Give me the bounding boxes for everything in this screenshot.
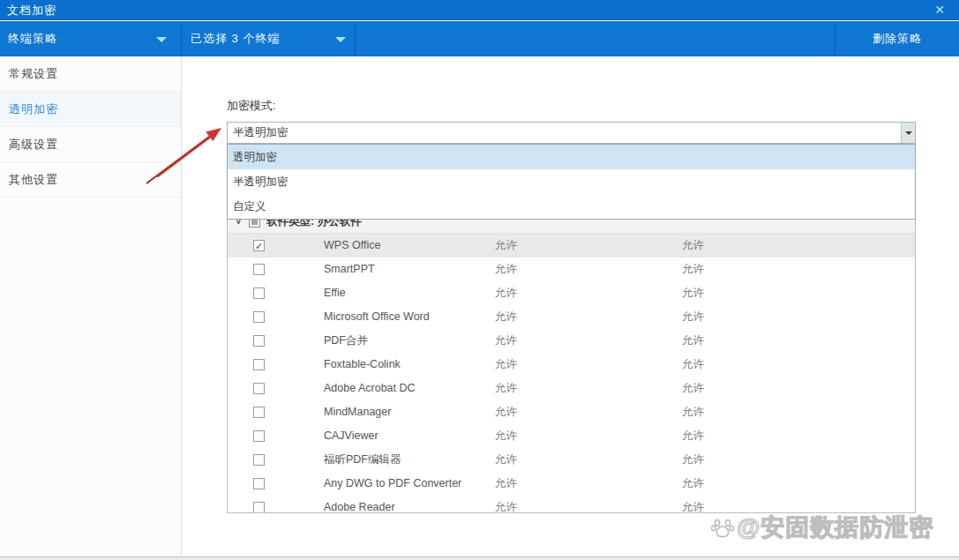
permission-value: 允许 <box>495 472 517 496</box>
table-row[interactable]: CAJViewer 允许 允许 <box>228 424 915 448</box>
watermark: @安固数据防泄密 <box>710 512 957 542</box>
row-checkbox[interactable] <box>253 383 265 394</box>
row-checkbox[interactable]: ✓ <box>253 240 265 251</box>
permission-value: 允许 <box>682 234 704 258</box>
software-name: MindManager <box>324 400 391 424</box>
software-name: Effie <box>324 281 346 305</box>
caret-down-icon <box>156 37 167 42</box>
caret-down-icon <box>335 37 346 42</box>
row-checkbox[interactable] <box>253 454 265 466</box>
encrypt-mode-label: 加密模式: <box>227 98 276 114</box>
row-checkbox[interactable] <box>253 502 265 513</box>
permission-value: 允许 <box>682 472 704 496</box>
permission-value: 允许 <box>495 305 517 329</box>
permission-value: 允许 <box>682 281 704 305</box>
dropdown-option-custom[interactable]: 自定义 <box>228 194 915 219</box>
row-checkbox[interactable] <box>253 407 265 418</box>
software-name: Adobe Acrobat DC <box>324 377 416 400</box>
software-table: ∨ 软件类型: 办公软件 ✓ WPS Office 允许 允许 SmartPPT… <box>227 209 916 513</box>
window-titlebar: 文档加密 ✕ <box>0 0 959 20</box>
permission-value: 允许 <box>495 400 517 424</box>
policy-dropdown[interactable]: 终端策略 <box>0 21 182 56</box>
permission-value: 允许 <box>682 353 704 377</box>
software-name: 福昕PDF编辑器 <box>324 448 401 472</box>
dropdown-option-semi-transparent[interactable]: 半透明加密 <box>228 169 915 194</box>
bottom-strip <box>0 556 959 560</box>
terminal-dropdown[interactable]: 已选择 3 个终端 <box>183 21 356 56</box>
permission-value: 允许 <box>682 305 704 329</box>
row-checkbox[interactable] <box>253 430 265 442</box>
table-row[interactable]: Adobe Acrobat DC 允许 允许 <box>228 377 915 400</box>
permission-value: 允许 <box>495 329 517 353</box>
permission-value: 允许 <box>495 258 517 281</box>
combobox-value: 半透明加密 <box>233 123 288 143</box>
row-checkbox[interactable] <box>253 264 265 275</box>
software-name: Adobe Reader <box>324 496 395 513</box>
table-row[interactable]: PDF合并 允许 允许 <box>228 329 915 353</box>
permission-value: 允许 <box>682 448 704 472</box>
dropdown-option-transparent[interactable]: 透明加密 <box>228 145 915 169</box>
permission-value: 允许 <box>495 234 517 258</box>
close-icon[interactable]: ✕ <box>927 0 952 20</box>
table-row[interactable]: ✓ WPS Office 允许 允许 <box>228 234 915 258</box>
row-checkbox[interactable] <box>253 335 265 347</box>
permission-value: 允许 <box>682 377 704 400</box>
software-name: Foxtable-Colink <box>324 353 401 377</box>
table-row[interactable]: Adobe Reader 允许 允许 <box>228 496 915 513</box>
permission-value: 允许 <box>682 329 704 353</box>
row-checkbox[interactable] <box>253 359 265 370</box>
terminal-dropdown-label: 已选择 3 个终端 <box>191 21 280 56</box>
table-row[interactable]: 福昕PDF编辑器 允许 允许 <box>228 448 915 472</box>
permission-value: 允许 <box>495 424 517 448</box>
watermark-text: @安固数据防泄密 <box>737 511 933 543</box>
sidebar-item-general-settings[interactable]: 常规设置 <box>0 56 181 92</box>
row-checkbox[interactable] <box>253 311 265 323</box>
encrypt-mode-combobox[interactable]: 半透明加密 <box>227 122 916 144</box>
table-row[interactable]: SmartPPT 允许 允许 <box>228 258 915 281</box>
permission-value: 允许 <box>495 377 517 400</box>
table-row[interactable]: Microsoft Office Word 允许 允许 <box>228 305 915 329</box>
policy-dropdown-label: 终端策略 <box>8 21 57 56</box>
permission-value: 允许 <box>682 400 704 424</box>
permission-value: 允许 <box>495 353 517 377</box>
paw-icon <box>710 515 735 540</box>
delete-policy-button[interactable]: 删除策略 <box>835 21 959 56</box>
software-name: WPS Office <box>324 234 380 258</box>
permission-value: 允许 <box>682 424 704 448</box>
window-title: 文档加密 <box>7 0 56 20</box>
software-name: Microsoft Office Word <box>324 305 430 329</box>
permission-value: 允许 <box>495 281 517 305</box>
encrypt-mode-dropdown-list: 透明加密 半透明加密 自定义 <box>227 144 916 220</box>
table-row[interactable]: MindManager 允许 允许 <box>228 400 915 424</box>
software-name: CAJViewer <box>324 424 378 448</box>
software-name: Any DWG to PDF Converter <box>324 472 461 496</box>
permission-value: 允许 <box>682 258 704 281</box>
row-checkbox[interactable] <box>253 478 265 489</box>
table-row[interactable]: Foxtable-Colink 允许 允许 <box>228 353 915 377</box>
software-name: SmartPPT <box>324 258 375 281</box>
software-name: PDF合并 <box>324 329 368 353</box>
permission-value: 允许 <box>495 496 517 513</box>
table-row[interactable]: Any DWG to PDF Converter 允许 允许 <box>228 472 915 496</box>
table-row[interactable]: Effie 允许 允许 <box>228 281 915 305</box>
combobox-dropdown-icon[interactable] <box>901 123 915 143</box>
permission-value: 允许 <box>495 448 517 472</box>
toolbar: 终端策略 已选择 3 个终端 删除策略 <box>0 21 959 56</box>
permission-value: 允许 <box>682 496 704 513</box>
row-checkbox[interactable] <box>253 287 265 299</box>
red-arrow-annotation <box>131 113 236 194</box>
